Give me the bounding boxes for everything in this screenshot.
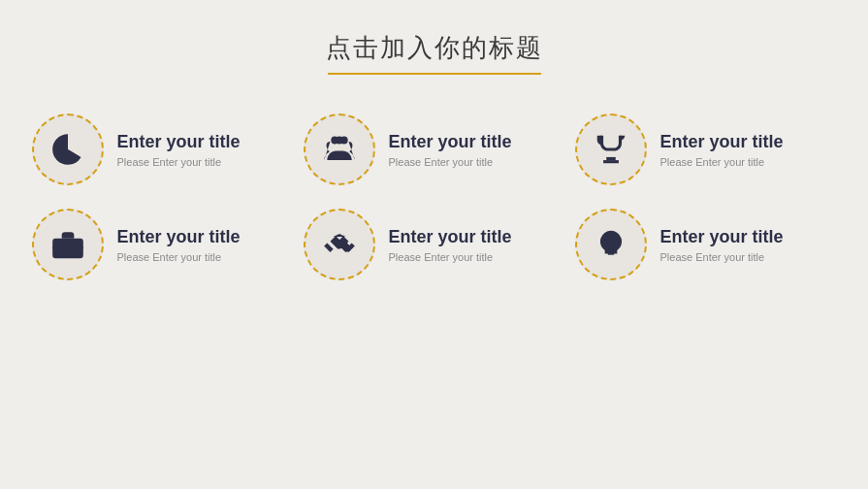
trophy-icon [593, 131, 629, 168]
text-block: Enter your title Please Enter your title [117, 227, 241, 263]
item-subtitle: Please Enter your title [389, 251, 512, 263]
item-title: Enter your title [389, 132, 512, 152]
list-item: Enter your title Please Enter your title [304, 209, 565, 280]
pie-chart-icon-circle [32, 114, 104, 185]
item-subtitle: Please Enter your title [660, 251, 784, 263]
svg-rect-3 [606, 157, 616, 160]
pie-chart-icon [49, 131, 86, 168]
grid-container: Enter your title Please Enter your title… [13, 114, 856, 280]
svg-point-2 [336, 137, 343, 145]
text-block: Enter your title Please Enter your title [389, 132, 512, 168]
people-icon-circle [304, 114, 375, 185]
page-header: 点击加入你的标题 [326, 31, 543, 75]
item-title: Enter your title [117, 227, 241, 247]
text-block: Enter your title Please Enter your title [660, 132, 784, 168]
list-item: Enter your title Please Enter your title [32, 209, 294, 280]
text-block: Enter your title Please Enter your title [660, 227, 784, 263]
item-title: Enter your title [660, 132, 784, 152]
text-block: Enter your title Please Enter your title [117, 132, 241, 168]
text-block: Enter your title Please Enter your title [389, 227, 512, 263]
list-item: Enter your title Please Enter your title [575, 114, 837, 185]
item-title: Enter your title [117, 132, 241, 152]
item-subtitle: Please Enter your title [660, 156, 784, 168]
handshake-icon-circle [304, 209, 375, 280]
list-item: Enter your title Please Enter your title [304, 114, 565, 185]
trophy-icon-circle [575, 114, 647, 185]
title-underline [328, 73, 541, 75]
item-subtitle: Please Enter your title [117, 251, 241, 263]
item-subtitle: Please Enter your title [389, 156, 512, 168]
list-item: Enter your title Please Enter your title [32, 114, 294, 185]
people-icon [321, 131, 358, 168]
list-item: Enter your title Please Enter your title [575, 209, 837, 280]
svg-point-8 [607, 240, 613, 245]
svg-rect-4 [603, 160, 619, 163]
item-title: Enter your title [389, 227, 512, 247]
lightbulb-icon [593, 226, 629, 263]
lightbulb-icon-circle [575, 209, 647, 280]
briefcase-icon-circle [32, 209, 104, 280]
item-title: Enter your title [660, 227, 784, 247]
handshake-icon [321, 226, 358, 263]
item-subtitle: Please Enter your title [117, 156, 241, 168]
page-title: 点击加入你的标题 [326, 31, 543, 65]
briefcase-icon [49, 226, 86, 263]
